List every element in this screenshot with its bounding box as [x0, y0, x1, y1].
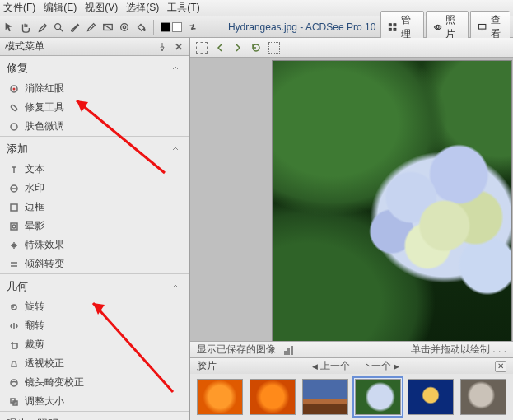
item-text[interactable]: 文本 — [0, 160, 189, 179]
tool-pencil[interactable] — [86, 21, 97, 34]
item-border[interactable]: 边框 — [0, 198, 189, 217]
group-exposure[interactable]: 曝光 / 照明 — [0, 411, 189, 420]
item-label: 镜头畸变校正 — [25, 376, 84, 390]
face-icon — [8, 121, 20, 133]
group-geometry[interactable]: 几何 — [0, 273, 189, 297]
svg-rect-5 — [394, 23, 396, 26]
color-swatches[interactable] — [161, 22, 182, 32]
svg-rect-16 — [11, 223, 17, 230]
filmstrip-label: 胶片 — [197, 359, 217, 373]
swatch-foreground[interactable] — [161, 22, 170, 32]
item-label: 倾斜转变 — [25, 257, 64, 271]
tool-bucket[interactable] — [135, 21, 147, 34]
tool-gradient[interactable] — [102, 21, 114, 34]
menu-view[interactable]: 视图(V) — [85, 1, 118, 15]
item-tiltshift[interactable]: 倾斜转变 — [0, 254, 189, 273]
menu-file[interactable]: 文件(F) — [3, 1, 35, 15]
thumbnail[interactable] — [302, 379, 348, 415]
item-watermark[interactable]: 水印 — [0, 179, 189, 198]
svg-rect-6 — [389, 28, 392, 30]
thumbnail[interactable] — [460, 379, 506, 415]
sparkle-icon — [8, 240, 20, 251]
lens-icon — [8, 377, 20, 389]
mode-manage-label: 管理 — [401, 13, 417, 41]
menu-edit[interactable]: 编辑(E) — [44, 1, 77, 15]
swatch-background[interactable] — [172, 22, 182, 32]
histogram-icon[interactable] — [284, 345, 296, 355]
image-canvas[interactable] — [190, 58, 513, 341]
item-crop[interactable]: 裁剪 — [0, 335, 189, 354]
toolbar-separator — [153, 20, 154, 35]
right-area: 显示已保存的图像 单击并拖动以绘制 . . . 胶片 ◀上一个 下一个▶ ✕ — [190, 38, 513, 420]
item-label: 消除红眼 — [25, 82, 64, 96]
item-label: 旋转 — [25, 300, 44, 314]
next-button[interactable]: 下一个▶ — [361, 359, 399, 373]
grid-icon — [388, 21, 397, 33]
svg-point-11 — [13, 87, 16, 90]
svg-point-0 — [55, 23, 61, 29]
item-label: 晕影 — [25, 219, 44, 233]
svg-rect-12 — [11, 104, 17, 110]
close-icon[interactable]: ✕ — [173, 41, 184, 53]
text-icon — [8, 164, 20, 175]
tool-brush[interactable] — [69, 21, 81, 34]
viewer-toolbar — [190, 38, 513, 58]
item-label: 水印 — [25, 181, 44, 195]
svg-rect-7 — [394, 28, 396, 30]
group-add-label: 添加 — [7, 142, 28, 156]
thumbnail[interactable] — [197, 379, 243, 415]
item-perspective[interactable]: 透视校正 — [0, 354, 189, 373]
item-lens-correction[interactable]: 镜头畸变校正 — [0, 373, 189, 392]
group-add[interactable]: 添加 — [0, 136, 189, 160]
tool-eyedropper[interactable] — [36, 21, 48, 34]
thumbnail-selected[interactable] — [355, 379, 401, 415]
filmstrip — [190, 374, 513, 420]
item-flip[interactable]: 翻转 — [0, 316, 189, 335]
left-panel: 模式菜单 ✕ 修复 消除红眼 修复工具 肤色微调 添加 文本 水印 边框 晕影 … — [0, 38, 190, 420]
group-exposure-label: 曝光 / 照明 — [7, 417, 58, 420]
status-hint: 单击并拖动以绘制 . . . — [411, 343, 506, 357]
filmstrip-close-icon[interactable]: ✕ — [495, 361, 506, 372]
prev-button[interactable]: ◀上一个 — [312, 359, 350, 373]
item-skin-tune[interactable]: 肤色微调 — [0, 117, 189, 136]
status-saved-label[interactable]: 显示已保存的图像 — [197, 343, 276, 357]
svg-rect-9 — [479, 24, 486, 29]
item-repair-tool[interactable]: 修复工具 — [0, 98, 189, 117]
vignette-icon — [8, 221, 20, 232]
hydrangea-image — [273, 61, 511, 341]
bandage-icon — [8, 102, 20, 114]
tool-radial[interactable] — [119, 21, 130, 34]
group-repair[interactable]: 修复 — [0, 56, 189, 79]
item-label: 文本 — [25, 162, 44, 176]
item-red-eye[interactable]: 消除红眼 — [0, 79, 189, 98]
thumbnail[interactable] — [250, 379, 296, 415]
svg-point-13 — [11, 124, 17, 130]
tool-zoom[interactable] — [53, 21, 64, 34]
refresh-icon[interactable] — [250, 41, 263, 54]
arrow-right-icon[interactable] — [231, 41, 245, 54]
thumbnail[interactable] — [408, 379, 454, 415]
item-rotate[interactable]: 旋转 — [0, 297, 189, 316]
item-label: 边框 — [25, 200, 44, 214]
item-resize[interactable]: 调整大小 — [0, 392, 189, 411]
item-label: 特殊效果 — [25, 238, 64, 252]
chevron-down-icon — [171, 64, 180, 72]
menu-select[interactable]: 选择(S) — [126, 1, 159, 15]
watermark-icon — [8, 183, 20, 194]
item-label: 修复工具 — [25, 100, 64, 114]
menu-tools[interactable]: 工具(T) — [167, 1, 199, 15]
tool-hand[interactable] — [20, 21, 31, 34]
item-effects[interactable]: 特殊效果 — [0, 236, 189, 254]
pin-icon[interactable] — [156, 41, 168, 53]
options-icon[interactable] — [268, 41, 281, 54]
mode-photo-label: 照片 — [445, 13, 461, 41]
marquee-tool-icon[interactable] — [195, 41, 208, 54]
document-title: Hydrangeas.jpg - ACDSee Pro 10 — [228, 21, 375, 33]
next-label: 下一个 — [361, 359, 391, 373]
prev-label: 上一个 — [320, 359, 350, 373]
tool-arrow[interactable] — [3, 21, 15, 34]
arrow-left-icon[interactable] — [213, 41, 226, 54]
swap-colors-icon[interactable] — [187, 21, 198, 34]
item-vignette[interactable]: 晕影 — [0, 217, 189, 236]
item-label: 肤色微调 — [25, 119, 64, 133]
